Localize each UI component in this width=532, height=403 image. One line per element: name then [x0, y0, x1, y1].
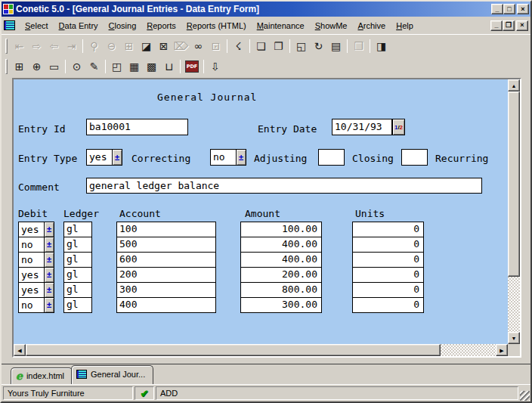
resize-grip[interactable]	[520, 391, 530, 401]
account-field[interactable]: 400	[116, 297, 216, 313]
spinner-button[interactable]: ±	[112, 150, 122, 165]
ledger-field[interactable]: gl	[63, 252, 92, 268]
new-form-button[interactable]: ⊞	[11, 59, 28, 75]
export-button[interactable]: ⇩	[206, 59, 224, 75]
units-field[interactable]: 0	[352, 282, 424, 298]
maximize-button[interactable]: □	[503, 4, 515, 14]
menu-item-reports-html[interactable]: Reports (HTML)	[181, 19, 252, 33]
menu-item-closing[interactable]: Closing	[104, 19, 142, 33]
vertical-scroll-thumb[interactable]	[508, 91, 520, 277]
toolbar-grip[interactable]	[5, 39, 8, 54]
tab-general-journal[interactable]: General Jour...	[71, 365, 153, 384]
closing-field[interactable]	[401, 149, 428, 166]
amount-field[interactable]: 200.00	[240, 267, 322, 283]
account-field[interactable]: 500	[116, 237, 216, 253]
browse-window-button[interactable]: ◰	[108, 59, 125, 75]
design-pen-button[interactable]: ✎	[85, 59, 103, 75]
tab-index-html[interactable]: e index.html	[11, 367, 73, 384]
paste-button[interactable]: ❐	[270, 38, 287, 54]
vertical-scroll-track[interactable]	[508, 277, 520, 332]
entry-id-field[interactable]: ba10001	[86, 119, 188, 135]
account-field[interactable]: 300	[116, 282, 216, 298]
find-record-button[interactable]: ∞	[190, 38, 207, 54]
system-menu-icon[interactable]	[4, 20, 15, 30]
calendar-digit: 2	[400, 124, 403, 131]
exit-button[interactable]: ◨	[373, 38, 390, 54]
image-button[interactable]: ▦	[125, 59, 143, 75]
debit-spinbox[interactable]: yes±	[18, 282, 54, 298]
minimize-button[interactable]: _	[491, 4, 503, 14]
open-options-button[interactable]: ⊙	[68, 59, 85, 75]
debit-spinbox[interactable]: yes±	[18, 222, 54, 237]
open-form-new-button[interactable]: ⊕	[28, 59, 45, 75]
delete-record-button[interactable]: ⊠	[155, 38, 172, 54]
execute-button[interactable]: ☇	[230, 38, 247, 54]
mdi-restore-button[interactable]: ❐	[503, 20, 515, 31]
vertical-scrollbar[interactable]: ▲ ▼	[508, 79, 520, 344]
ledger-field[interactable]: gl	[63, 222, 92, 237]
image-save-button[interactable]: ▩	[143, 59, 160, 75]
menu-item-data-entry[interactable]: Data Entry	[54, 19, 104, 33]
amount-field[interactable]: 400.00	[240, 237, 322, 253]
trash-button[interactable]: ⊔	[160, 59, 178, 75]
spinner-button[interactable]: ±	[44, 253, 54, 267]
scroll-down-button[interactable]: ▼	[508, 332, 520, 344]
menu-item-select[interactable]: Select	[20, 19, 54, 33]
units-field[interactable]: 0	[352, 222, 424, 237]
scroll-right-button[interactable]: ▶	[496, 344, 508, 356]
menu-item-reports[interactable]: Reports	[141, 19, 181, 33]
calendar-button[interactable]: 1/2	[392, 119, 405, 135]
account-field[interactable]: 600	[116, 252, 216, 268]
ledger-field[interactable]: gl	[63, 237, 92, 253]
debit-spinbox[interactable]: no±	[18, 252, 54, 268]
horizontal-scrollbar[interactable]: ◀ ▶	[14, 344, 508, 356]
spinner-button[interactable]: ±	[44, 298, 54, 312]
debit-spinbox[interactable]: no±	[18, 297, 54, 313]
scroll-left-button[interactable]: ◀	[14, 344, 26, 356]
spinner-button[interactable]: ±	[44, 237, 54, 252]
amount-field[interactable]: 400.00	[240, 252, 322, 268]
close-button[interactable]: ×	[517, 4, 529, 14]
units-field[interactable]: 0	[352, 267, 424, 283]
scroll-up-button[interactable]: ▲	[508, 79, 520, 91]
spinner-button[interactable]: ±	[236, 150, 246, 165]
units-field[interactable]: 0	[352, 297, 424, 313]
print-button[interactable]: ▤	[327, 38, 345, 54]
menu-item-maintenance[interactable]: Maintenance	[252, 19, 310, 33]
horizontal-scroll-thumb[interactable]	[26, 344, 441, 356]
horizontal-scroll-track[interactable]	[441, 344, 496, 356]
save-record-button[interactable]: ◪	[138, 38, 155, 54]
amount-field[interactable]: 800.00	[240, 282, 322, 298]
spinner-button[interactable]: ±	[44, 222, 54, 237]
amount-field[interactable]: 100.00	[240, 222, 322, 237]
menu-item-showme[interactable]: ShowMe	[310, 19, 353, 33]
comment-field[interactable]: general ledger balance	[86, 178, 482, 194]
debit-spinbox[interactable]: no±	[18, 237, 54, 253]
units-field[interactable]: 0	[352, 252, 424, 268]
correcting-spinbox[interactable]: no±	[210, 149, 246, 166]
menu-item-help[interactable]: Help	[391, 19, 419, 33]
mdi-close-button[interactable]: ×	[516, 20, 528, 31]
ledger-field[interactable]: gl	[63, 267, 92, 283]
spinner-button[interactable]: ±	[44, 268, 54, 282]
account-field[interactable]: 200	[116, 267, 216, 283]
refresh-button[interactable]: ↻	[310, 38, 327, 54]
account-field[interactable]: 100	[116, 222, 216, 237]
copy-button[interactable]: ❏	[252, 38, 270, 54]
window-form-button[interactable]: ◱	[292, 38, 310, 54]
entry-date-field[interactable]: 10/31/93	[332, 119, 392, 135]
spinner-button[interactable]: ±	[44, 283, 54, 297]
toolbar-grip[interactable]	[5, 59, 8, 74]
menu-item-archive[interactable]: Archive	[352, 19, 391, 33]
open-form-button[interactable]: ▭	[45, 59, 63, 75]
ledger-field[interactable]: gl	[63, 297, 92, 313]
mdi-minimize-button[interactable]: _	[490, 20, 503, 31]
adjusting-field[interactable]	[318, 149, 345, 166]
pdf-button[interactable]: PDF	[185, 60, 199, 73]
units-field[interactable]: 0	[352, 237, 424, 253]
entry-type-spinbox[interactable]: yes±	[86, 149, 122, 166]
debit-spinbox[interactable]: yes±	[18, 267, 54, 283]
ledger-field[interactable]: gl	[63, 282, 92, 298]
status-check-panel: ✔	[135, 386, 154, 400]
amount-field[interactable]: 300.00	[240, 297, 322, 313]
